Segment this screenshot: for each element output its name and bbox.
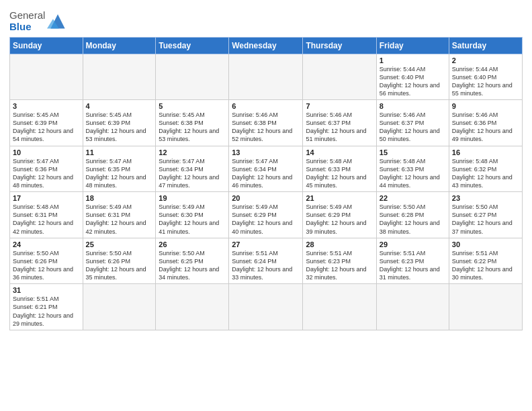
calendar-header: SundayMondayTuesdayWednesdayThursdayFrid… (10, 37, 523, 54)
calendar-cell (10, 54, 83, 100)
calendar-cell: 18Sunrise: 5:49 AM Sunset: 6:31 PM Dayli… (83, 192, 156, 238)
logo: General Blue (9, 9, 69, 33)
page-header: General Blue (9, 7, 523, 33)
weekday-header-sunday: Sunday (10, 37, 83, 54)
calendar-cell (376, 284, 449, 330)
day-info: Sunrise: 5:48 AM Sunset: 6:33 PM Dayligh… (380, 157, 446, 190)
day-info: Sunrise: 5:46 AM Sunset: 6:38 PM Dayligh… (232, 111, 300, 144)
calendar-cell (449, 284, 522, 330)
day-number: 4 (86, 102, 153, 110)
day-number: 13 (232, 148, 300, 156)
calendar-cell: 4Sunrise: 5:45 AM Sunset: 6:39 PM Daylig… (83, 100, 156, 146)
calendar-cell: 14Sunrise: 5:48 AM Sunset: 6:33 PM Dayli… (303, 146, 376, 192)
calendar-cell: 13Sunrise: 5:47 AM Sunset: 6:34 PM Dayli… (229, 146, 303, 192)
calendar-cell: 19Sunrise: 5:49 AM Sunset: 6:30 PM Dayli… (156, 192, 229, 238)
calendar-cell: 25Sunrise: 5:50 AM Sunset: 6:26 PM Dayli… (83, 238, 156, 284)
day-info: Sunrise: 5:47 AM Sunset: 6:34 PM Dayligh… (159, 157, 226, 190)
day-info: Sunrise: 5:46 AM Sunset: 6:37 PM Dayligh… (380, 111, 446, 144)
calendar-cell: 31Sunrise: 5:51 AM Sunset: 6:21 PM Dayli… (10, 284, 83, 330)
weekday-header-wednesday: Wednesday (229, 37, 303, 54)
day-info: Sunrise: 5:50 AM Sunset: 6:28 PM Dayligh… (380, 203, 446, 236)
day-info: Sunrise: 5:44 AM Sunset: 6:40 PM Dayligh… (452, 65, 519, 98)
calendar-cell: 11Sunrise: 5:47 AM Sunset: 6:35 PM Dayli… (83, 146, 156, 192)
calendar-cell: 17Sunrise: 5:48 AM Sunset: 6:31 PM Dayli… (10, 192, 83, 238)
calendar-cell: 16Sunrise: 5:48 AM Sunset: 6:32 PM Dayli… (449, 146, 522, 192)
day-number: 18 (86, 194, 153, 202)
day-number: 29 (380, 240, 446, 248)
day-info: Sunrise: 5:46 AM Sunset: 6:36 PM Dayligh… (452, 111, 519, 144)
calendar-cell (83, 284, 156, 330)
day-info: Sunrise: 5:50 AM Sunset: 6:27 PM Dayligh… (452, 203, 519, 236)
day-number: 1 (380, 56, 446, 64)
calendar-cell: 24Sunrise: 5:50 AM Sunset: 6:26 PM Dayli… (10, 238, 83, 284)
day-info: Sunrise: 5:46 AM Sunset: 6:37 PM Dayligh… (306, 111, 373, 144)
calendar-cell (303, 54, 376, 100)
day-number: 5 (159, 102, 226, 110)
calendar-cell: 10Sunrise: 5:47 AM Sunset: 6:36 PM Dayli… (10, 146, 83, 192)
calendar-cell: 9Sunrise: 5:46 AM Sunset: 6:36 PM Daylig… (449, 100, 522, 146)
day-info: Sunrise: 5:50 AM Sunset: 6:26 PM Dayligh… (86, 249, 153, 282)
calendar-cell: 6Sunrise: 5:46 AM Sunset: 6:38 PM Daylig… (229, 100, 303, 146)
logo-text: General (9, 9, 45, 21)
calendar-cell (156, 284, 229, 330)
calendar-cell: 29Sunrise: 5:51 AM Sunset: 6:23 PM Dayli… (376, 238, 449, 284)
day-number: 14 (306, 148, 373, 156)
day-number: 25 (86, 240, 153, 248)
day-number: 2 (452, 56, 519, 64)
day-info: Sunrise: 5:50 AM Sunset: 6:25 PM Dayligh… (159, 249, 226, 282)
day-info: Sunrise: 5:49 AM Sunset: 6:29 PM Dayligh… (232, 203, 300, 236)
day-number: 7 (306, 102, 373, 110)
day-number: 3 (13, 102, 80, 110)
day-info: Sunrise: 5:45 AM Sunset: 6:38 PM Dayligh… (159, 111, 226, 144)
day-info: Sunrise: 5:47 AM Sunset: 6:36 PM Dayligh… (13, 157, 80, 190)
day-number: 20 (232, 194, 300, 202)
day-info: Sunrise: 5:50 AM Sunset: 6:26 PM Dayligh… (13, 249, 80, 282)
day-info: Sunrise: 5:51 AM Sunset: 6:22 PM Dayligh… (452, 249, 519, 282)
calendar-cell: 22Sunrise: 5:50 AM Sunset: 6:28 PM Dayli… (376, 192, 449, 238)
day-info: Sunrise: 5:48 AM Sunset: 6:33 PM Dayligh… (306, 157, 373, 190)
calendar-cell: 26Sunrise: 5:50 AM Sunset: 6:25 PM Dayli… (156, 238, 229, 284)
weekday-header-tuesday: Tuesday (156, 37, 229, 54)
day-number: 16 (452, 148, 519, 156)
calendar-cell: 15Sunrise: 5:48 AM Sunset: 6:33 PM Dayli… (376, 146, 449, 192)
day-info: Sunrise: 5:48 AM Sunset: 6:31 PM Dayligh… (13, 203, 80, 236)
day-number: 11 (86, 148, 153, 156)
day-number: 15 (380, 148, 446, 156)
day-number: 22 (380, 194, 446, 202)
calendar-cell (229, 284, 303, 330)
calendar-cell: 3Sunrise: 5:45 AM Sunset: 6:39 PM Daylig… (10, 100, 83, 146)
weekday-header-monday: Monday (83, 37, 156, 54)
day-number: 26 (159, 240, 226, 248)
calendar-cell: 1Sunrise: 5:44 AM Sunset: 6:40 PM Daylig… (376, 54, 449, 100)
day-info: Sunrise: 5:45 AM Sunset: 6:39 PM Dayligh… (13, 111, 80, 144)
day-number: 30 (452, 240, 519, 248)
day-info: Sunrise: 5:49 AM Sunset: 6:31 PM Dayligh… (86, 203, 153, 236)
calendar-cell: 23Sunrise: 5:50 AM Sunset: 6:27 PM Dayli… (449, 192, 522, 238)
logo-icon (47, 11, 69, 30)
calendar-cell: 12Sunrise: 5:47 AM Sunset: 6:34 PM Dayli… (156, 146, 229, 192)
calendar-cell: 8Sunrise: 5:46 AM Sunset: 6:37 PM Daylig… (376, 100, 449, 146)
calendar-cell: 5Sunrise: 5:45 AM Sunset: 6:38 PM Daylig… (156, 100, 229, 146)
day-number: 21 (306, 194, 373, 202)
day-info: Sunrise: 5:47 AM Sunset: 6:35 PM Dayligh… (86, 157, 153, 190)
calendar-cell: 30Sunrise: 5:51 AM Sunset: 6:22 PM Dayli… (449, 238, 522, 284)
calendar-cell (83, 54, 156, 100)
day-number: 19 (159, 194, 226, 202)
day-number: 24 (13, 240, 80, 248)
calendar-cell: 27Sunrise: 5:51 AM Sunset: 6:24 PM Dayli… (229, 238, 303, 284)
day-number: 8 (380, 102, 446, 110)
day-number: 10 (13, 148, 80, 156)
calendar-table: SundayMondayTuesdayWednesdayThursdayFrid… (9, 37, 523, 330)
day-number: 31 (13, 286, 80, 294)
calendar-cell (229, 54, 303, 100)
calendar-cell: 2Sunrise: 5:44 AM Sunset: 6:40 PM Daylig… (449, 54, 522, 100)
day-info: Sunrise: 5:49 AM Sunset: 6:29 PM Dayligh… (306, 203, 373, 236)
day-info: Sunrise: 5:48 AM Sunset: 6:32 PM Dayligh… (452, 157, 519, 190)
calendar-cell (156, 54, 229, 100)
calendar-cell: 7Sunrise: 5:46 AM Sunset: 6:37 PM Daylig… (303, 100, 376, 146)
calendar-cell: 20Sunrise: 5:49 AM Sunset: 6:29 PM Dayli… (229, 192, 303, 238)
day-number: 17 (13, 194, 80, 202)
day-number: 28 (306, 240, 373, 248)
day-number: 9 (452, 102, 519, 110)
day-info: Sunrise: 5:51 AM Sunset: 6:21 PM Dayligh… (13, 295, 80, 328)
